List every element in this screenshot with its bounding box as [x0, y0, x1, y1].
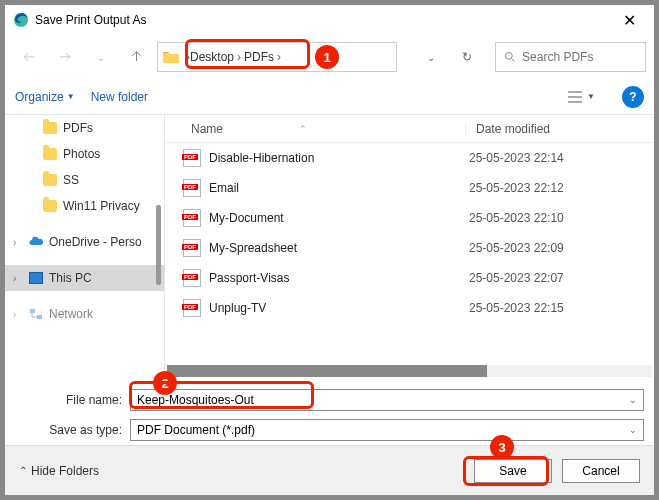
file-row[interactable]: My-Spreadsheet25-05-2023 22:09: [165, 233, 654, 263]
column-headers: Name⌃ Date modified: [165, 115, 654, 143]
toolbar: Organize▼ New folder ▼ ?: [5, 79, 654, 115]
search-box[interactable]: [495, 42, 646, 72]
monitor-icon: [29, 272, 43, 284]
file-row[interactable]: Passport-Visas25-05-2023 22:07: [165, 263, 654, 293]
file-date: 25-05-2023 22:14: [469, 151, 564, 165]
file-date: 25-05-2023 22:15: [469, 301, 564, 315]
view-options[interactable]: ▼: [562, 87, 600, 107]
list-icon: [567, 90, 583, 104]
up-button[interactable]: 🡡: [121, 42, 153, 72]
file-name: Passport-Visas: [209, 271, 469, 285]
filename-input[interactable]: Keep-Mosquitoes-Out⌄: [130, 389, 644, 411]
file-row[interactable]: Email25-05-2023 22:12: [165, 173, 654, 203]
folder-icon: [162, 49, 180, 65]
scrollbar[interactable]: [156, 205, 161, 285]
chevron-right-icon: ›: [277, 50, 281, 64]
tree-item-pdfs[interactable]: PDFs: [5, 115, 164, 141]
folder-tree: PDFs Photos SS Win11 Privacy ›OneDrive -…: [5, 115, 165, 377]
file-name: My-Document: [209, 211, 469, 225]
window-title: Save Print Output As: [35, 13, 613, 27]
crumb-desktop[interactable]: Desktop: [190, 50, 234, 64]
chevron-down-icon[interactable]: ⌄: [629, 395, 637, 405]
address-bar[interactable]: › Desktop › PDFs ›: [157, 42, 397, 72]
saveas-dropdown[interactable]: PDF Document (*.pdf)⌄: [130, 419, 644, 441]
chevron-right-icon: ›: [13, 309, 23, 320]
file-date: 25-05-2023 22:07: [469, 271, 564, 285]
chevron-right-icon: ›: [13, 273, 23, 284]
organize-menu[interactable]: Organize▼: [15, 90, 75, 104]
hide-folders-button[interactable]: ⌃Hide Folders: [19, 464, 99, 478]
file-row[interactable]: Unplug-TV25-05-2023 22:15: [165, 293, 654, 323]
tree-item-win11[interactable]: Win11 Privacy: [5, 193, 164, 219]
file-row[interactable]: My-Document25-05-2023 22:10: [165, 203, 654, 233]
crumb-pdfs[interactable]: PDFs: [244, 50, 274, 64]
back-button[interactable]: 🡠: [13, 42, 45, 72]
form-area: 2 File name: Keep-Mosquitoes-Out⌄ Save a…: [5, 377, 654, 443]
tree-item-photos[interactable]: Photos: [5, 141, 164, 167]
pdf-icon: [183, 239, 201, 257]
chevron-down-icon[interactable]: ⌄: [629, 425, 637, 435]
sort-up-icon: ⌃: [299, 124, 307, 134]
pdf-icon: [183, 179, 201, 197]
col-date[interactable]: Date modified: [465, 122, 654, 136]
svg-point-1: [506, 52, 513, 59]
tree-item-ss[interactable]: SS: [5, 167, 164, 193]
folder-icon: [43, 122, 57, 134]
file-row[interactable]: Disable-Hibernation25-05-2023 22:14: [165, 143, 654, 173]
chevron-right-icon: ›: [237, 50, 241, 64]
col-name[interactable]: Name⌃: [165, 122, 465, 136]
close-button[interactable]: ✕: [613, 11, 646, 30]
svg-line-2: [512, 59, 515, 62]
chevron-up-icon: ⌃: [19, 465, 27, 476]
pdf-icon: [183, 149, 201, 167]
file-date: 25-05-2023 22:10: [469, 211, 564, 225]
scrollbar-thumb[interactable]: [167, 365, 487, 377]
file-name: My-Spreadsheet: [209, 241, 469, 255]
pdf-icon: [183, 209, 201, 227]
forward-button[interactable]: 🡢: [49, 42, 81, 72]
pdf-icon: [183, 299, 201, 317]
new-folder-button[interactable]: New folder: [91, 90, 148, 104]
cancel-button[interactable]: Cancel: [562, 459, 640, 483]
chevron-right-icon: ›: [13, 237, 23, 248]
folder-icon: [43, 148, 57, 160]
search-input[interactable]: [522, 50, 637, 64]
file-date: 25-05-2023 22:09: [469, 241, 564, 255]
folder-icon: [43, 200, 57, 212]
network-icon: [29, 308, 43, 320]
file-list: Name⌃ Date modified Disable-Hibernation2…: [165, 115, 654, 377]
pdf-icon: [183, 269, 201, 287]
filename-label: File name:: [15, 393, 130, 407]
tree-item-thispc[interactable]: ›This PC: [5, 265, 164, 291]
save-dialog: Save Print Output As ✕ 🡠 🡢 ⌄ 🡡 › Desktop…: [4, 4, 655, 496]
svg-rect-6: [30, 309, 35, 313]
file-name: Disable-Hibernation: [209, 151, 469, 165]
refresh-button[interactable]: ↻: [451, 42, 483, 72]
file-name: Email: [209, 181, 469, 195]
folder-icon: [43, 174, 57, 186]
scrollbar-horizontal[interactable]: [167, 365, 652, 377]
tree-item-onedrive[interactable]: ›OneDrive - Perso: [5, 229, 164, 255]
recent-dropdown[interactable]: ⌄: [85, 42, 117, 72]
file-name: Unplug-TV: [209, 301, 469, 315]
search-icon: [504, 50, 516, 64]
history-dropdown[interactable]: ⌄: [415, 42, 447, 72]
help-button[interactable]: ?: [622, 86, 644, 108]
titlebar: Save Print Output As ✕: [5, 5, 654, 35]
navbar: 🡠 🡢 ⌄ 🡡 › Desktop › PDFs › 1 ⌄ ↻: [5, 35, 654, 79]
file-date: 25-05-2023 22:12: [469, 181, 564, 195]
saveas-label: Save as type:: [15, 423, 130, 437]
tree-item-network[interactable]: ›Network: [5, 301, 164, 327]
cloud-icon: [29, 236, 43, 248]
footer: ⌃Hide Folders 3 Save Cancel: [5, 445, 654, 495]
save-button[interactable]: Save: [474, 459, 552, 483]
breadcrumb: Desktop › PDFs ›: [190, 50, 281, 64]
edge-icon: [13, 12, 29, 28]
